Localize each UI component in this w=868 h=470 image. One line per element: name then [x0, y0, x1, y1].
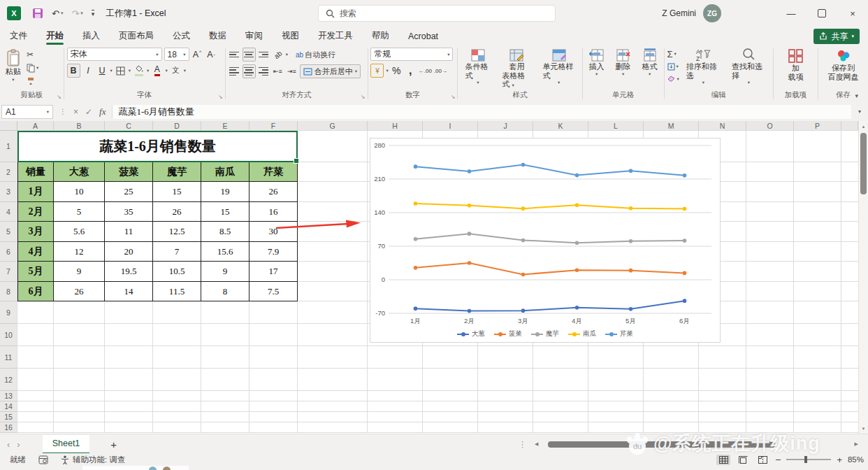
tabbar-divider-dots[interactable]: ⋮ — [519, 440, 527, 449]
font-size-select[interactable]: 18▾ — [164, 48, 189, 61]
cell-styles-button[interactable]: 单元格样式▾ — [538, 48, 579, 86]
horizontal-scrollbar[interactable]: ◀ ▶ — [533, 441, 860, 448]
table-month-cell[interactable]: 3月 — [17, 222, 54, 242]
table-header-cell[interactable]: 芹菜 — [249, 162, 298, 182]
row-header-5[interactable]: 5 — [0, 222, 17, 242]
table-value-cell[interactable]: 35 — [105, 202, 153, 222]
table-value-cell[interactable]: 11 — [105, 222, 153, 242]
fill-button[interactable]: ▾ — [667, 61, 679, 72]
horizontal-scroll-thumb[interactable] — [548, 441, 775, 448]
table-value-cell[interactable]: 26 — [153, 202, 201, 222]
menu-tab-开始[interactable]: 开始 — [46, 27, 64, 45]
row-header-16[interactable]: 16 — [0, 422, 17, 433]
menu-tab-开发工具[interactable]: 开发工具 — [318, 27, 353, 45]
row-header-1[interactable]: 1 — [0, 131, 17, 162]
column-header-D[interactable]: D — [153, 121, 201, 131]
next-sheet-button[interactable]: › — [17, 439, 27, 450]
record-macro-icon[interactable] — [38, 455, 48, 464]
column-header-B[interactable]: B — [54, 121, 105, 131]
table-header-cell[interactable]: 南瓜 — [201, 162, 249, 182]
table-value-cell[interactable]: 10.5 — [153, 262, 201, 282]
align-center-button[interactable] — [243, 64, 256, 78]
table-value-cell[interactable]: 15.6 — [201, 242, 249, 262]
embedded-line-chart[interactable]: 280210140700-701月2月3月4月5月6月大葱菠菜魔芋南瓜芹菜 — [370, 138, 721, 343]
vertical-scrollbar[interactable]: ▲ ▼ — [858, 121, 868, 434]
align-right-button[interactable] — [258, 65, 270, 78]
table-value-cell[interactable]: 20 — [105, 242, 153, 262]
expand-formula-bar-button[interactable]: ▾ — [851, 108, 868, 115]
table-value-cell[interactable]: 11.5 — [153, 282, 201, 301]
select-all-corner[interactable] — [0, 121, 17, 131]
account-info[interactable]: Z Gemini ZG — [662, 0, 721, 27]
column-header-I[interactable]: I — [423, 121, 478, 131]
row-header-13[interactable]: 13 — [0, 391, 17, 401]
prev-sheet-button[interactable]: ‹ — [0, 439, 17, 450]
column-header-N[interactable]: N — [699, 121, 746, 131]
share-button[interactable]: 共享▾ — [813, 29, 860, 44]
table-value-cell[interactable]: 15 — [153, 182, 201, 202]
increase-font-button[interactable]: A^ — [191, 48, 203, 61]
number-format-select[interactable]: 常规▾ — [370, 48, 453, 61]
borders-button[interactable] — [115, 64, 126, 77]
column-header-H[interactable]: H — [368, 121, 423, 131]
zoom-out-button[interactable]: − — [775, 454, 781, 465]
table-month-cell[interactable]: 4月 — [17, 242, 54, 262]
table-value-cell[interactable]: 25 — [105, 182, 153, 202]
menu-tab-文件[interactable]: 文件 — [10, 27, 27, 45]
autosum-button[interactable]: Σ▾ — [667, 48, 679, 59]
orientation-button[interactable]: ab — [269, 46, 287, 64]
column-header-E[interactable]: E — [201, 121, 249, 131]
scroll-down-arrow[interactable]: ▼ — [859, 423, 868, 434]
sort-filter-button[interactable]: AZ 排序和筛选▾ — [682, 48, 725, 86]
scroll-up-arrow[interactable]: ▲ — [859, 121, 868, 131]
table-value-cell[interactable]: 26 — [54, 282, 105, 301]
wrap-text-button[interactable]: ab自动换行 — [296, 49, 335, 60]
minimize-button[interactable]: — — [776, 0, 806, 27]
sheet-tab-active[interactable]: Sheet1 — [43, 435, 90, 454]
align-left-button[interactable] — [229, 65, 240, 78]
legend-item-魔芋[interactable]: 魔芋 — [531, 329, 559, 339]
zoom-slider[interactable] — [786, 459, 831, 460]
cancel-formula-icon[interactable]: × — [73, 107, 78, 117]
copy-button[interactable]: ▾ — [27, 62, 38, 73]
table-value-cell[interactable]: 16 — [249, 202, 298, 222]
find-select-button[interactable]: 查找和选择▾ — [728, 48, 770, 86]
increase-indent-button[interactable]: ⇥≡ — [286, 65, 298, 78]
row-header-6[interactable]: 6 — [0, 242, 17, 262]
merge-center-button[interactable]: 合并后居中▾ — [300, 64, 361, 78]
menu-tab-帮助[interactable]: 帮助 — [372, 27, 389, 45]
table-value-cell[interactable]: 14 — [105, 282, 153, 301]
phonetic-guide-button[interactable]: 文 — [170, 64, 182, 77]
menu-tab-审阅[interactable]: 审阅 — [245, 27, 263, 45]
row-header-3[interactable]: 3 — [0, 182, 17, 202]
column-header-K[interactable]: K — [533, 121, 588, 131]
table-value-cell[interactable]: 9 — [54, 262, 105, 282]
insert-cells-button[interactable]: 插入▾ — [585, 48, 609, 77]
legend-item-大葱[interactable]: 大葱 — [457, 329, 485, 339]
table-value-cell[interactable]: 7.9 — [249, 242, 298, 262]
decrease-decimal-button[interactable]: .00→ — [434, 64, 447, 77]
formula-input[interactable]: 蔬菜1-6月销售数量 — [112, 105, 851, 119]
italic-button[interactable]: I — [82, 64, 94, 77]
search-input[interactable]: 搜索 — [318, 5, 556, 22]
table-value-cell[interactable]: 19 — [201, 182, 249, 202]
table-header-cell[interactable]: 魔芋 — [153, 162, 201, 182]
row-header-15[interactable]: 15 — [0, 412, 17, 422]
align-middle-button[interactable] — [243, 48, 256, 62]
table-value-cell[interactable]: 26 — [249, 182, 298, 202]
table-header-cell[interactable]: 菠菜 — [105, 162, 153, 182]
menu-tab-公式[interactable]: 公式 — [173, 27, 190, 45]
column-header-A[interactable]: A — [17, 121, 54, 131]
decrease-font-button[interactable]: Aˇ — [205, 48, 217, 61]
row-header-11[interactable]: 11 — [0, 346, 17, 369]
table-value-cell[interactable]: 12 — [54, 242, 105, 262]
align-top-button[interactable] — [229, 48, 240, 61]
clear-button[interactable]: ▾ — [667, 73, 679, 85]
increase-decimal-button[interactable]: ←.00 — [419, 64, 432, 77]
table-value-cell[interactable]: 15 — [201, 202, 249, 222]
legend-item-菠菜[interactable]: 菠菜 — [494, 329, 522, 339]
bold-button[interactable]: B — [67, 64, 80, 78]
undo-button[interactable]: ↶▾ — [52, 8, 63, 19]
menu-tab-Acrobat[interactable]: Acrobat — [408, 27, 438, 45]
menu-tab-页面布局[interactable]: 页面布局 — [119, 27, 154, 45]
